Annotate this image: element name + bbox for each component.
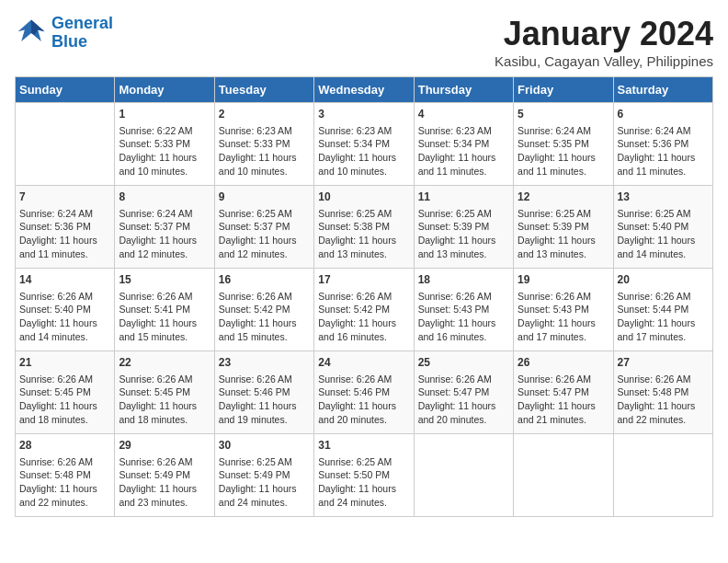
page-header: General Blue January 2024 Kasibu, Cagaya… bbox=[15, 15, 713, 69]
logo-line2: Blue bbox=[51, 32, 87, 51]
day-number: 12 bbox=[518, 190, 609, 205]
header-monday: Monday bbox=[115, 77, 214, 103]
header-wednesday: Wednesday bbox=[314, 77, 414, 103]
day-info: Sunrise: 6:26 AMSunset: 5:47 PMDaylight:… bbox=[418, 373, 509, 427]
day-info: Sunrise: 6:24 AMSunset: 5:37 PMDaylight:… bbox=[119, 207, 210, 261]
day-number: 25 bbox=[418, 355, 509, 371]
header-sunday: Sunday bbox=[16, 77, 115, 103]
calendar-cell: 17Sunrise: 6:26 AMSunset: 5:42 PMDayligh… bbox=[314, 269, 414, 351]
calendar-cell: 29Sunrise: 6:26 AMSunset: 5:49 PMDayligh… bbox=[115, 434, 214, 517]
day-info: Sunrise: 6:26 AMSunset: 5:49 PMDaylight:… bbox=[119, 455, 210, 510]
calendar-week-1: 1Sunrise: 6:22 AMSunset: 5:33 PMDaylight… bbox=[16, 103, 713, 186]
day-info: Sunrise: 6:25 AMSunset: 5:38 PMDaylight:… bbox=[318, 207, 409, 261]
day-number: 16 bbox=[219, 272, 310, 288]
calendar-cell: 13Sunrise: 6:25 AMSunset: 5:40 PMDayligh… bbox=[613, 186, 712, 269]
day-number: 8 bbox=[119, 190, 210, 205]
calendar-week-3: 14Sunrise: 6:26 AMSunset: 5:40 PMDayligh… bbox=[16, 269, 713, 351]
logo-icon bbox=[15, 17, 48, 50]
day-number: 31 bbox=[318, 438, 409, 454]
day-info: Sunrise: 6:24 AMSunset: 5:35 PMDaylight:… bbox=[518, 124, 609, 178]
day-info: Sunrise: 6:26 AMSunset: 5:48 PMDaylight:… bbox=[19, 455, 110, 510]
calendar-cell: 16Sunrise: 6:26 AMSunset: 5:42 PMDayligh… bbox=[214, 269, 313, 351]
header-thursday: Thursday bbox=[414, 77, 513, 103]
calendar-cell: 22Sunrise: 6:26 AMSunset: 5:45 PMDayligh… bbox=[115, 351, 214, 434]
calendar-cell: 30Sunrise: 6:25 AMSunset: 5:49 PMDayligh… bbox=[214, 434, 313, 517]
day-info: Sunrise: 6:26 AMSunset: 5:42 PMDaylight:… bbox=[318, 290, 409, 344]
day-number: 22 bbox=[119, 355, 210, 371]
day-number: 7 bbox=[19, 190, 110, 205]
day-info: Sunrise: 6:25 AMSunset: 5:50 PMDaylight:… bbox=[318, 455, 409, 510]
title-block: January 2024 Kasibu, Cagayan Valley, Phi… bbox=[495, 15, 713, 69]
header-saturday: Saturday bbox=[613, 77, 712, 103]
day-info: Sunrise: 6:26 AMSunset: 5:48 PMDaylight:… bbox=[618, 373, 709, 427]
calendar-cell: 24Sunrise: 6:26 AMSunset: 5:46 PMDayligh… bbox=[314, 351, 414, 434]
day-info: Sunrise: 6:26 AMSunset: 5:45 PMDaylight:… bbox=[119, 373, 210, 427]
header-tuesday: Tuesday bbox=[214, 77, 313, 103]
calendar-cell: 4Sunrise: 6:23 AMSunset: 5:34 PMDaylight… bbox=[414, 103, 513, 186]
day-number: 24 bbox=[318, 355, 409, 371]
day-info: Sunrise: 6:26 AMSunset: 5:43 PMDaylight:… bbox=[518, 290, 609, 344]
calendar-cell bbox=[16, 103, 115, 186]
calendar-cell: 14Sunrise: 6:26 AMSunset: 5:40 PMDayligh… bbox=[16, 269, 115, 351]
calendar-cell: 18Sunrise: 6:26 AMSunset: 5:43 PMDayligh… bbox=[414, 269, 513, 351]
day-number: 28 bbox=[19, 438, 110, 454]
calendar-cell bbox=[613, 434, 712, 517]
day-info: Sunrise: 6:26 AMSunset: 5:40 PMDaylight:… bbox=[19, 290, 110, 344]
day-info: Sunrise: 6:24 AMSunset: 5:36 PMDaylight:… bbox=[19, 207, 110, 261]
calendar-cell: 7Sunrise: 6:24 AMSunset: 5:36 PMDaylight… bbox=[16, 186, 115, 269]
calendar-cell: 11Sunrise: 6:25 AMSunset: 5:39 PMDayligh… bbox=[414, 186, 513, 269]
logo: General Blue bbox=[15, 15, 113, 52]
day-info: Sunrise: 6:25 AMSunset: 5:39 PMDaylight:… bbox=[418, 207, 509, 261]
calendar-cell bbox=[414, 434, 513, 517]
calendar-week-4: 21Sunrise: 6:26 AMSunset: 5:45 PMDayligh… bbox=[16, 351, 713, 434]
calendar-cell: 19Sunrise: 6:26 AMSunset: 5:43 PMDayligh… bbox=[514, 269, 613, 351]
day-info: Sunrise: 6:23 AMSunset: 5:34 PMDaylight:… bbox=[418, 124, 509, 178]
day-number: 3 bbox=[318, 107, 409, 122]
calendar-cell: 31Sunrise: 6:25 AMSunset: 5:50 PMDayligh… bbox=[314, 434, 414, 517]
day-number: 21 bbox=[19, 355, 110, 371]
day-info: Sunrise: 6:25 AMSunset: 5:40 PMDaylight:… bbox=[618, 207, 709, 261]
calendar-cell: 12Sunrise: 6:25 AMSunset: 5:39 PMDayligh… bbox=[514, 186, 613, 269]
calendar-cell: 26Sunrise: 6:26 AMSunset: 5:47 PMDayligh… bbox=[514, 351, 613, 434]
calendar-week-2: 7Sunrise: 6:24 AMSunset: 5:36 PMDaylight… bbox=[16, 186, 713, 269]
day-number: 6 bbox=[618, 107, 709, 122]
day-number: 29 bbox=[119, 438, 210, 454]
header-row: Sunday Monday Tuesday Wednesday Thursday… bbox=[16, 77, 713, 103]
day-number: 27 bbox=[618, 355, 709, 371]
day-info: Sunrise: 6:25 AMSunset: 5:39 PMDaylight:… bbox=[518, 207, 609, 261]
day-info: Sunrise: 6:22 AMSunset: 5:33 PMDaylight:… bbox=[119, 124, 210, 178]
day-number: 23 bbox=[219, 355, 310, 371]
day-info: Sunrise: 6:26 AMSunset: 5:46 PMDaylight:… bbox=[318, 373, 409, 427]
calendar-cell: 23Sunrise: 6:26 AMSunset: 5:46 PMDayligh… bbox=[214, 351, 313, 434]
day-info: Sunrise: 6:26 AMSunset: 5:47 PMDaylight:… bbox=[518, 373, 609, 427]
day-info: Sunrise: 6:26 AMSunset: 5:42 PMDaylight:… bbox=[219, 290, 310, 344]
day-number: 30 bbox=[219, 438, 310, 454]
day-number: 2 bbox=[219, 107, 310, 122]
day-info: Sunrise: 6:26 AMSunset: 5:43 PMDaylight:… bbox=[418, 290, 509, 344]
calendar-cell: 3Sunrise: 6:23 AMSunset: 5:34 PMDaylight… bbox=[314, 103, 414, 186]
calendar-table: Sunday Monday Tuesday Wednesday Thursday… bbox=[15, 76, 713, 517]
logo-line1: General bbox=[51, 14, 113, 32]
day-number: 9 bbox=[219, 190, 310, 205]
calendar-cell bbox=[514, 434, 613, 517]
calendar-cell: 28Sunrise: 6:26 AMSunset: 5:48 PMDayligh… bbox=[16, 434, 115, 517]
day-number: 19 bbox=[518, 272, 609, 288]
day-info: Sunrise: 6:23 AMSunset: 5:34 PMDaylight:… bbox=[318, 124, 409, 178]
day-info: Sunrise: 6:25 AMSunset: 5:37 PMDaylight:… bbox=[219, 207, 310, 261]
day-number: 14 bbox=[19, 272, 110, 288]
calendar-cell: 2Sunrise: 6:23 AMSunset: 5:33 PMDaylight… bbox=[214, 103, 313, 186]
day-number: 11 bbox=[418, 190, 509, 205]
calendar-cell: 21Sunrise: 6:26 AMSunset: 5:45 PMDayligh… bbox=[16, 351, 115, 434]
calendar-body: 1Sunrise: 6:22 AMSunset: 5:33 PMDaylight… bbox=[16, 103, 713, 517]
calendar-title: January 2024 bbox=[495, 15, 713, 53]
calendar-cell: 8Sunrise: 6:24 AMSunset: 5:37 PMDaylight… bbox=[115, 186, 214, 269]
calendar-cell: 9Sunrise: 6:25 AMSunset: 5:37 PMDaylight… bbox=[214, 186, 313, 269]
calendar-cell: 10Sunrise: 6:25 AMSunset: 5:38 PMDayligh… bbox=[314, 186, 414, 269]
day-info: Sunrise: 6:26 AMSunset: 5:44 PMDaylight:… bbox=[618, 290, 709, 344]
day-info: Sunrise: 6:26 AMSunset: 5:45 PMDaylight:… bbox=[19, 373, 110, 427]
day-info: Sunrise: 6:23 AMSunset: 5:33 PMDaylight:… bbox=[219, 124, 310, 178]
day-number: 4 bbox=[418, 107, 509, 122]
calendar-subtitle: Kasibu, Cagayan Valley, Philippines bbox=[495, 53, 713, 69]
day-number: 5 bbox=[518, 107, 609, 122]
day-number: 10 bbox=[318, 190, 409, 205]
